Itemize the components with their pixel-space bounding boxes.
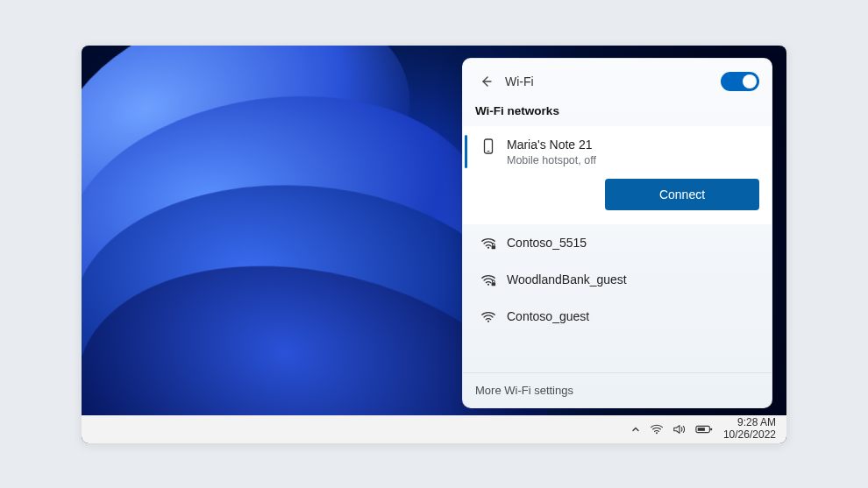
wifi-lock-icon — [480, 272, 496, 287]
system-tray — [630, 423, 713, 435]
volume-tray-icon[interactable] — [672, 423, 687, 435]
taskbar-time: 9:28 AM — [737, 417, 776, 429]
wifi-icon — [480, 308, 496, 324]
svg-point-4 — [487, 284, 489, 286]
arrow-left-icon — [479, 74, 493, 88]
network-item-selected[interactable]: Maria's Note 21 Mobile hotspot, off Conn… — [463, 126, 772, 224]
network-name: Contoso_guest — [507, 308, 759, 324]
more-wifi-settings-link[interactable]: More Wi-Fi settings — [463, 372, 772, 407]
svg-rect-10 — [710, 428, 712, 431]
desktop: Wi-Fi Wi-Fi networks Maria's Note 21 Mob… — [82, 46, 786, 443]
network-name: Contoso_5515 — [507, 235, 759, 251]
wifi-lock-icon — [480, 235, 496, 251]
svg-rect-5 — [492, 282, 496, 286]
back-button[interactable] — [475, 71, 496, 92]
battery-tray-icon[interactable] — [695, 424, 713, 435]
network-item[interactable]: Contoso_guest — [463, 298, 772, 335]
svg-rect-1 — [487, 151, 490, 152]
tray-overflow-icon[interactable] — [630, 424, 641, 435]
wifi-flyout-header: Wi-Fi — [463, 59, 772, 101]
wifi-toggle[interactable] — [721, 72, 759, 91]
wifi-tray-icon[interactable] — [650, 423, 664, 435]
svg-rect-3 — [492, 245, 496, 249]
connect-button[interactable]: Connect — [605, 179, 759, 210]
network-list: Maria's Note 21 Mobile hotspot, off Conn… — [463, 126, 772, 372]
svg-point-2 — [487, 246, 489, 248]
wifi-flyout: Wi-Fi Wi-Fi networks Maria's Note 21 Mob… — [462, 58, 772, 408]
network-name: WoodlandBank_guest — [507, 272, 759, 287]
taskbar-date: 10/26/2022 — [723, 429, 776, 442]
network-text: Maria's Note 21 Mobile hotspot, off Conn… — [507, 137, 759, 210]
svg-rect-9 — [698, 428, 705, 431]
network-item[interactable]: WoodlandBank_guest — [463, 261, 772, 298]
network-item[interactable]: Contoso_5515 — [463, 224, 772, 261]
svg-point-6 — [487, 321, 489, 322]
taskbar-clock[interactable]: 9:28 AM 10/26/2022 — [723, 417, 776, 442]
network-subtitle: Mobile hotspot, off — [507, 154, 759, 166]
taskbar: 9:28 AM 10/26/2022 — [82, 415, 786, 443]
network-name: Maria's Note 21 — [507, 137, 759, 152]
svg-point-7 — [656, 432, 658, 434]
phone-icon — [480, 137, 496, 154]
flyout-title: Wi-Fi — [505, 74, 712, 88]
section-title: Wi-Fi networks — [463, 101, 772, 126]
